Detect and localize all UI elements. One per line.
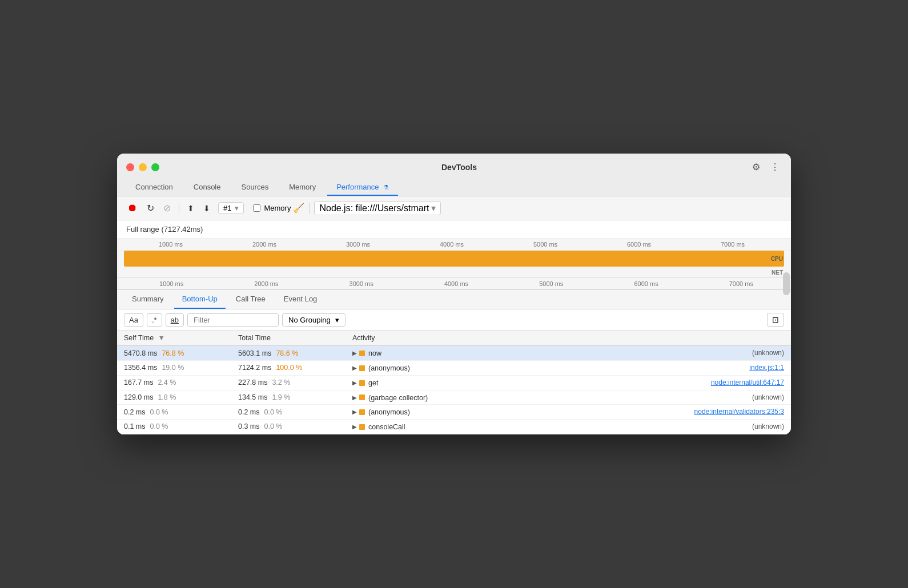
- total-time-value: 0.3 ms: [238, 422, 260, 430]
- source-label: (unknown): [752, 349, 784, 357]
- expand-button[interactable]: ▶: [352, 350, 357, 356]
- cpu-bar: [124, 251, 784, 267]
- total-time-pct: 100.0 %: [276, 364, 302, 372]
- table-row[interactable]: 1356.4 ms19.0 %7124.2 ms100.0 %▶(anonymo…: [117, 361, 791, 376]
- tick-4000: 4000 ms: [405, 241, 499, 248]
- tab-event-log[interactable]: Event Log: [276, 290, 326, 309]
- activity-icon: [359, 351, 365, 356]
- table-row[interactable]: 5470.8 ms76.8 %5603.1 ms78.6 %▶now(unkno…: [117, 346, 791, 361]
- tab-connection[interactable]: Connection: [126, 179, 182, 196]
- btick-6000: 6000 ms: [598, 280, 693, 287]
- activity-icon: [359, 394, 365, 400]
- filter-row: Aa .* ab No Grouping ▾ ⊡: [117, 309, 791, 331]
- window-title: DevTools: [168, 163, 750, 172]
- total-time-cell: 7124.2 ms100.0 %: [231, 361, 345, 376]
- table-row[interactable]: 0.1 ms0.0 %0.3 ms0.0 %▶consoleCall(unkno…: [117, 419, 791, 434]
- activity-header[interactable]: Activity: [345, 331, 791, 346]
- profile-dropdown-icon: ▾: [235, 204, 239, 212]
- self-time-pct: 0.0 %: [150, 422, 168, 430]
- tab-console[interactable]: Console: [184, 179, 230, 196]
- range-label: Full range (7127.42ms): [117, 220, 791, 239]
- record-button[interactable]: ⏺: [124, 200, 141, 216]
- tab-performance[interactable]: Performance ⚗: [327, 179, 398, 196]
- activity-icon: [359, 424, 365, 430]
- btick-5000: 5000 ms: [504, 280, 598, 287]
- self-time-value: 1356.4 ms: [124, 364, 157, 372]
- sidebar-toggle-button[interactable]: ⊡: [767, 313, 784, 327]
- devtools-window: DevTools ⚙ ⋮ Connection Console Sources …: [117, 154, 791, 434]
- btick-7000: 7000 ms: [694, 280, 789, 287]
- filter-input[interactable]: [187, 313, 279, 327]
- tabs: Connection Console Sources Memory Perfor…: [126, 179, 782, 196]
- total-time-value: 5603.1 ms: [238, 349, 271, 357]
- expand-button[interactable]: ▶: [352, 424, 357, 430]
- self-time-pct: 19.0 %: [162, 364, 184, 372]
- total-time-cell: 227.8 ms3.2 %: [231, 375, 345, 390]
- clean-button[interactable]: 🧹: [293, 203, 304, 214]
- total-time-cell: 134.5 ms1.9 %: [231, 390, 345, 405]
- self-time-pct: 2.4 %: [158, 378, 176, 386]
- expand-button[interactable]: ▶: [352, 409, 357, 415]
- tab-call-tree[interactable]: Call Tree: [228, 290, 274, 309]
- tick-5000: 5000 ms: [499, 241, 592, 248]
- self-time-value: 167.7 ms: [124, 378, 153, 386]
- source-link[interactable]: node:internal/validators:235:3: [694, 408, 784, 416]
- total-time-cell: 0.3 ms0.0 %: [231, 419, 345, 434]
- target-selector[interactable]: Node.js: file:///Users/stmart ▾: [314, 201, 441, 215]
- activity-cell: ▶consoleCall(unknown): [345, 419, 791, 434]
- self-time-cell: 167.7 ms2.4 %: [117, 375, 231, 390]
- expand-button[interactable]: ▶: [352, 394, 357, 401]
- memory-label[interactable]: Memory: [264, 204, 291, 212]
- total-time-value: 227.8 ms: [238, 378, 267, 386]
- total-time-pct: 3.2 %: [272, 378, 290, 386]
- activity-name: consoleCall: [368, 423, 405, 431]
- total-time-pct: 1.9 %: [272, 393, 290, 401]
- regex-button[interactable]: .*: [147, 313, 162, 327]
- table-row[interactable]: 167.7 ms2.4 %227.8 ms3.2 %▶getnode:inter…: [117, 375, 791, 390]
- settings-icon-button[interactable]: ⚙: [750, 160, 762, 174]
- total-time-header[interactable]: Total Time: [231, 331, 345, 346]
- performance-table: Self Time ▼ Total Time Activity 5470.8 m…: [117, 331, 791, 434]
- activity-cell: ▶now(unknown): [345, 346, 791, 361]
- expand-button[interactable]: ▶: [352, 365, 357, 371]
- maximize-button[interactable]: [151, 163, 159, 171]
- activity-cell: ▶(anonymous)index.js:1:1: [345, 361, 791, 376]
- table-row[interactable]: 0.2 ms0.0 %0.2 ms0.0 %▶(anonymous)node:i…: [117, 405, 791, 420]
- timeline-scrollbar[interactable]: [783, 272, 790, 295]
- grouping-dropdown[interactable]: No Grouping ▾: [282, 313, 345, 327]
- titlebar-icons: ⚙ ⋮: [750, 160, 782, 174]
- memory-checkbox[interactable]: [253, 204, 260, 212]
- reload-button[interactable]: ↻: [143, 200, 158, 216]
- close-button[interactable]: [126, 163, 134, 171]
- whole-word-button[interactable]: ab: [166, 313, 184, 327]
- total-time-value: 134.5 ms: [238, 393, 267, 401]
- source-link[interactable]: index.js:1:1: [749, 364, 784, 372]
- content: Full range (7127.42ms) 1000 ms 2000 ms 3…: [117, 220, 791, 434]
- target-label: Node.js: file:///Users/stmart: [319, 203, 429, 214]
- activity-icon: [359, 409, 365, 415]
- performance-tab-icon: ⚗: [383, 184, 389, 191]
- table-header-row: Self Time ▼ Total Time Activity: [117, 331, 791, 346]
- tab-summary[interactable]: Summary: [124, 290, 172, 309]
- tab-sources[interactable]: Sources: [232, 179, 278, 196]
- minimize-button[interactable]: [139, 163, 147, 171]
- download-button[interactable]: ⬇: [200, 202, 214, 215]
- table-row[interactable]: 129.0 ms1.8 %134.5 ms1.9 %▶(garbage coll…: [117, 390, 791, 405]
- expand-button[interactable]: ▶: [352, 380, 357, 386]
- toolbar-separator-1: [179, 203, 179, 214]
- activity-name: get: [368, 379, 378, 387]
- tab-memory[interactable]: Memory: [280, 179, 325, 196]
- clear-button[interactable]: ⊘: [160, 200, 174, 216]
- total-time-pct: 78.6 %: [276, 349, 298, 357]
- self-time-header[interactable]: Self Time ▼: [117, 331, 231, 346]
- more-menu-button[interactable]: ⋮: [768, 160, 782, 174]
- upload-button[interactable]: ⬆: [184, 202, 198, 215]
- case-sensitive-button[interactable]: Aa: [124, 313, 143, 327]
- source-link[interactable]: node:internal/util:647:17: [711, 378, 784, 386]
- sort-icon: ▼: [158, 334, 165, 342]
- self-time-value: 129.0 ms: [124, 393, 153, 401]
- tab-bottom-up[interactable]: Bottom-Up: [174, 290, 226, 309]
- self-time-pct: 1.8 %: [158, 393, 176, 401]
- memory-checkbox-group: Memory: [253, 204, 291, 212]
- profile-selector[interactable]: #1 ▾: [218, 202, 244, 214]
